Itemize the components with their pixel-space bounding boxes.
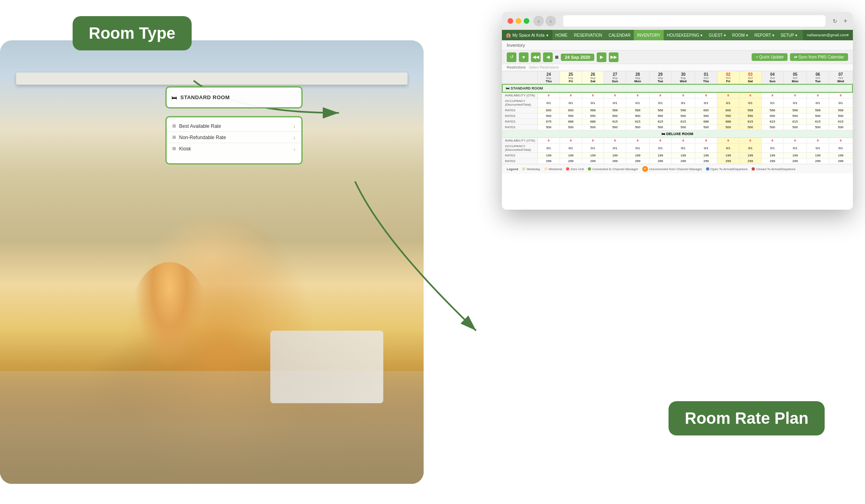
menu-home[interactable]: HOME xyxy=(552,30,571,40)
app-content: 🏨 My Space At Kota ▾ HOME RESERVATION CA… xyxy=(502,30,853,210)
grid-icon-1: ⊞ xyxy=(172,123,176,129)
deluxe-rates-row-1: RATES 199 199 199 199 199 199 199 199 19… xyxy=(502,153,852,158)
filter-btn[interactable]: ▼ xyxy=(519,52,529,62)
date-thu24: 24SepThu xyxy=(538,71,560,85)
non-refundable-rate-text: Non-Refundable Rate xyxy=(179,135,226,140)
close-button[interactable] xyxy=(508,18,513,24)
date-marker xyxy=(555,56,558,59)
date-wed07: 07OctWed xyxy=(829,71,852,85)
user-email: naifaarazain@gmail.com ▾ xyxy=(803,30,853,40)
next-btn[interactable]: ▶ xyxy=(597,52,606,62)
back-button[interactable]: ‹ xyxy=(533,16,544,26)
date-sun04: 04OctSun xyxy=(761,71,784,85)
connected-dot xyxy=(588,167,591,171)
menu-inventory[interactable]: INVENTORY xyxy=(634,30,664,40)
standard-room-text: STANDARD ROOM xyxy=(180,94,230,100)
arrow-2: ↓ xyxy=(293,134,296,140)
date-thu01: 01OctThu xyxy=(695,71,717,85)
menu-setup[interactable]: SETUP ▾ xyxy=(777,30,800,40)
rates-row-2: RATES 500 550 550 500 500 500 500 500 55… xyxy=(502,113,852,119)
availability-row-1: AVAILABILITY (OTA) 8 8 8 8 8 8 8 8 8 8 8 xyxy=(502,92,852,98)
page-title: Inventory xyxy=(502,40,853,50)
date-tue29: 29SepTue xyxy=(649,71,671,85)
rates-row-4: RATES 500 500 500 500 500 500 500 500 50… xyxy=(502,125,852,130)
refresh-button[interactable]: ↻ xyxy=(833,18,837,24)
prev-btn[interactable]: ◀ xyxy=(543,52,553,62)
restrictions-label: Restrictions xyxy=(507,65,526,69)
restrictions-bar: Restrictions Select Restrictions xyxy=(502,64,853,71)
brand-chevron: ▾ xyxy=(546,33,548,37)
new-tab-button[interactable]: + xyxy=(844,17,847,25)
inventory-data-table: 24SepThu 25SepFri 26SepSat 27SepSun 28Se… xyxy=(502,71,853,164)
legend-closed: Closed To Arrival/Departure xyxy=(752,167,796,171)
menu-calendar[interactable]: CALENDAR xyxy=(606,30,634,40)
date-mon28: 28SepMon xyxy=(626,71,650,85)
menu-report[interactable]: REPORT ▾ xyxy=(751,30,777,40)
app-menubar: 🏨 My Space At Kota ▾ HOME RESERVATION CA… xyxy=(502,30,853,40)
standard-room-cell: 🛏 STANDARD ROOM xyxy=(502,84,852,92)
menu-guest[interactable]: GUEST ▾ xyxy=(706,30,729,40)
best-available-rate-text: Best Available Rate xyxy=(179,123,221,129)
date-fri02: 02OctFri xyxy=(717,71,740,85)
rate-plan-bar[interactable]: ⊞ Best Available Rate ↓ xyxy=(167,121,301,131)
avail-label: AVAILABILITY (OTA) xyxy=(502,92,538,98)
menu-housekeeping[interactable]: HOUSEKEEPING ▾ xyxy=(664,30,706,40)
legend-bar: Legend Weekday Weekend Zero Unit xyxy=(502,164,853,173)
zero-unit-dot xyxy=(566,167,569,171)
room-type-callout: Room Type xyxy=(73,16,192,50)
rates-label-1: RATES xyxy=(502,108,538,113)
grid-icon-3: ⊞ xyxy=(172,146,176,151)
quick-update-btn[interactable]: + Quick Update xyxy=(752,53,788,61)
menu-reservation[interactable]: RESERVATION xyxy=(571,30,606,40)
rates-row-1: RATES 600 600 568 568 568 568 568 600 60… xyxy=(502,108,852,113)
room-2-header: 🛏 DELUXE ROOM xyxy=(502,130,852,138)
rates-label-2: RATES xyxy=(502,113,538,119)
legend-title: Legend xyxy=(507,167,518,171)
forward-button[interactable]: › xyxy=(545,16,556,26)
availability-row-2: AVAILABILITY (OTA) 8 8 8 8 8 8 8 8 8 8 8 xyxy=(502,138,852,144)
date-sat26: 26SepSat xyxy=(582,71,604,85)
date-mon05: 05OctMon xyxy=(784,71,807,85)
deluxe-rates-row-2: RATES 299 299 299 299 299 299 299 299 29… xyxy=(502,158,852,164)
unconnected-icon: ✕ xyxy=(642,166,648,172)
date-sun27: 27SepSun xyxy=(604,71,626,85)
menu-brand[interactable]: 🏨 My Space At Kota ▾ xyxy=(502,30,552,40)
date-wed30: 30SepWed xyxy=(671,71,695,85)
grid-icon-2: ⊞ xyxy=(172,135,176,140)
arrow-3: ↓ xyxy=(293,146,296,152)
menu-room[interactable]: ROOM ▾ xyxy=(729,30,751,40)
refresh-toolbar-btn[interactable]: ↺ xyxy=(507,52,516,62)
legend-weekend: Weekend xyxy=(544,167,562,171)
weekday-dot xyxy=(522,167,525,171)
prev-week-btn[interactable]: ◀◀ xyxy=(531,52,541,62)
kiosk-item[interactable]: ⊞ Kiosk ↓ xyxy=(167,143,301,154)
legend-unconnected: ✕ Unconnected from Channel Manager xyxy=(642,166,702,172)
legend-connected: Connected to Channel Manager xyxy=(588,167,638,171)
room-2-cell: 🛏 DELUXE ROOM xyxy=(502,130,852,138)
next-week-btn[interactable]: ▶▶ xyxy=(609,52,618,62)
minimize-button[interactable] xyxy=(516,18,521,24)
browser-nav: ‹ › xyxy=(533,16,556,26)
legend-zero-unit: Zero Unit xyxy=(566,167,584,171)
maximize-button[interactable] xyxy=(524,18,529,24)
restrictions-select[interactable]: Select Restrictions xyxy=(529,65,559,69)
address-bar[interactable] xyxy=(563,15,825,27)
room-rate-plan-callout-text: Room Rate Plan xyxy=(685,409,809,427)
date-sat03: 03OctSat xyxy=(739,71,761,85)
open-dot xyxy=(706,167,709,171)
sync-btn[interactable]: ⇄ Sync from PMS Calendar xyxy=(790,53,848,61)
closed-dot xyxy=(752,167,755,171)
occupancy-row-1: OCCUPANCY(Discounted/Total) 0/1 0/1 0/1 … xyxy=(502,98,852,108)
brand-name: My Space At Kota xyxy=(512,33,545,37)
room-type-highlight-box: 🛏 STANDARD ROOM xyxy=(165,86,303,108)
non-refundable-rate-item[interactable]: ⊞ Non-Refundable Rate ↓ xyxy=(167,131,301,143)
app-toolbar: ↺ ▼ ◀◀ ◀ 24 Sep 2020 ▶ ▶▶ + Quick Update… xyxy=(502,50,853,64)
rates-label-3: RATES xyxy=(502,119,538,125)
standard-room-header: 🛏 STANDARD ROOM xyxy=(502,84,852,92)
arrow-1: ↓ xyxy=(293,123,296,129)
inventory-table: 24SepThu 25SepFri 26SepSat 27SepSun 28Se… xyxy=(502,71,853,198)
window-controls xyxy=(508,18,529,24)
legend-weekday: Weekday xyxy=(522,167,540,171)
date-fri25: 25SepFri xyxy=(560,71,582,85)
brand-icon: 🏨 xyxy=(506,33,511,37)
